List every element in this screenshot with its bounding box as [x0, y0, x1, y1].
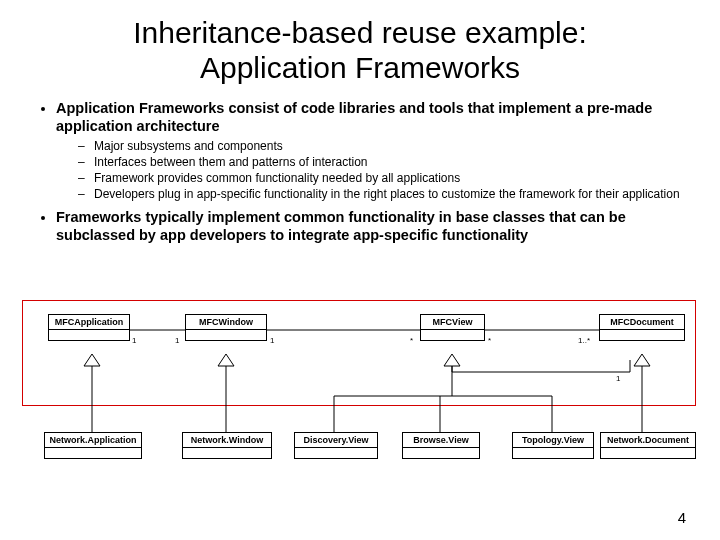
class-body: [601, 448, 695, 458]
class-body: [513, 448, 593, 458]
class-body: [45, 448, 141, 458]
bullet-1-text: Application Frameworks consist of code l…: [56, 100, 652, 134]
class-network-document: Network.Document: [600, 432, 696, 459]
class-label: MFCView: [421, 315, 484, 330]
svg-marker-16: [634, 354, 650, 366]
class-body: [403, 448, 479, 458]
class-discovery-view: Discovery.View: [294, 432, 378, 459]
svg-marker-6: [84, 354, 100, 366]
class-mfc-application: MFCApplication: [48, 314, 130, 341]
class-body: [183, 448, 271, 458]
class-network-window: Network.Window: [182, 432, 272, 459]
class-label: Discovery.View: [295, 433, 377, 448]
class-mfc-window: MFCWindow: [185, 314, 267, 341]
class-network-application: Network.Application: [44, 432, 142, 459]
bullet-1-sub-3: Framework provides common functionality …: [78, 171, 690, 186]
class-topology-view: Topology.View: [512, 432, 594, 459]
page-number: 4: [678, 509, 686, 526]
class-label: MFCWindow: [186, 315, 266, 330]
class-label: Network.Application: [45, 433, 141, 448]
svg-marker-10: [444, 354, 460, 366]
class-body: [295, 448, 377, 458]
class-mfc-view: MFCView: [420, 314, 485, 341]
title-line-1: Inheritance-based reuse example:: [133, 16, 587, 49]
class-label: MFCApplication: [49, 315, 129, 330]
mult-view-left: *: [410, 336, 413, 345]
class-body: [600, 330, 684, 340]
mult-app-right: 1: [132, 336, 136, 345]
uml-diagram: MFCApplication MFCWindow MFCView MFCDocu…: [22, 300, 698, 470]
class-mfc-document: MFCDocument: [599, 314, 685, 341]
class-browse-view: Browse.View: [402, 432, 480, 459]
mult-view-right: *: [488, 336, 491, 345]
bullet-2: Frameworks typically implement common fu…: [56, 208, 690, 244]
class-label: Topology.View: [513, 433, 593, 448]
slide-title: Inheritance-based reuse example: Applica…: [30, 16, 690, 85]
title-line-2: Application Frameworks: [200, 51, 520, 84]
bullet-1-sub-4: Developers plug in app-specific function…: [78, 187, 690, 202]
bullet-1-sublist: Major subsystems and components Interfac…: [56, 139, 690, 202]
mult-window-right: 1: [270, 336, 274, 345]
bullet-list: Application Frameworks consist of code l…: [38, 99, 690, 245]
class-label: Network.Document: [601, 433, 695, 448]
mult-doc-left: 1..*: [578, 336, 590, 345]
class-body: [49, 330, 129, 340]
class-label: MFCDocument: [600, 315, 684, 330]
class-body: [186, 330, 266, 340]
class-body: [421, 330, 484, 340]
class-label: Network.Window: [183, 433, 271, 448]
slide: Inheritance-based reuse example: Applica…: [0, 0, 720, 540]
mult-doc-right2: 1: [616, 374, 620, 383]
bullet-1-sub-2: Interfaces between them and patterns of …: [78, 155, 690, 170]
class-label: Browse.View: [403, 433, 479, 448]
bullet-1-sub-1: Major subsystems and components: [78, 139, 690, 154]
mult-window-left: 1: [175, 336, 179, 345]
svg-marker-8: [218, 354, 234, 366]
bullet-1: Application Frameworks consist of code l…: [56, 99, 690, 202]
